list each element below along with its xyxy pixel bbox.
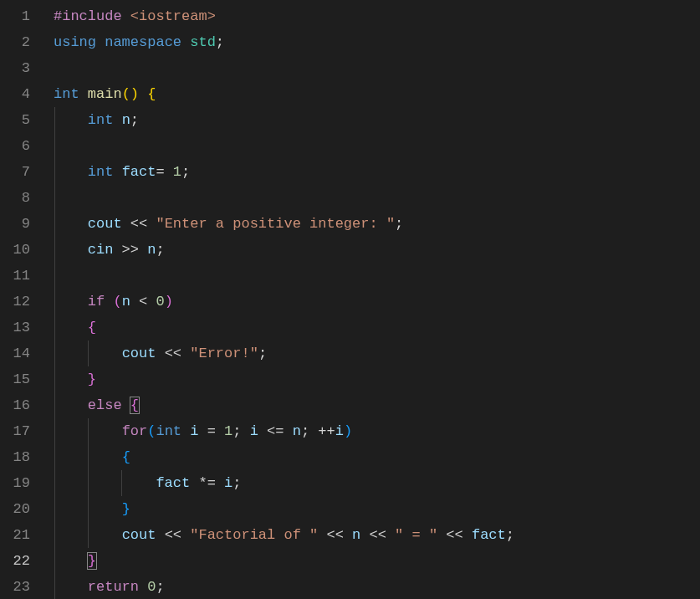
- line-number: 14: [0, 340, 42, 366]
- code-token: <<: [122, 216, 156, 232]
- code-line[interactable]: int n;: [54, 107, 700, 133]
- code-token: int: [156, 423, 181, 439]
- code-line[interactable]: fact *= i;: [54, 470, 700, 496]
- indent-guide: [54, 444, 55, 470]
- line-number: 1: [0, 3, 42, 29]
- code-line[interactable]: for(int i = 1; i <= n; ++i): [54, 418, 700, 444]
- code-line[interactable]: return 0;: [54, 574, 700, 599]
- indent-guide: [88, 418, 89, 444]
- code-token: ;: [130, 112, 139, 128]
- code-token: >>: [113, 242, 147, 258]
- code-token: ;: [301, 423, 318, 439]
- code-token: <: [130, 294, 156, 310]
- indent-guide: [54, 470, 55, 496]
- code-token: n: [147, 242, 156, 258]
- code-token: <iostream>: [130, 8, 216, 24]
- indent-guide: [54, 133, 55, 159]
- code-token: }: [88, 371, 96, 387]
- line-number: 18: [0, 444, 42, 470]
- code-token: ++: [318, 423, 335, 439]
- indent-guide: [54, 548, 55, 574]
- code-token: "Enter a positive integer: ": [156, 216, 395, 232]
- indent-guide: [88, 522, 89, 548]
- indent-guide: [54, 496, 55, 522]
- line-number: 16: [0, 392, 42, 418]
- code-token: [54, 294, 88, 310]
- line-number: 4: [0, 81, 42, 107]
- code-line[interactable]: {: [54, 315, 700, 340]
- code-token: return: [88, 579, 139, 595]
- code-line[interactable]: if (n < 0): [54, 289, 700, 315]
- code-editor[interactable]: 1234567891011121314151617181920212223 #i…: [0, 0, 700, 599]
- code-token: [54, 475, 156, 491]
- line-number: 6: [0, 133, 42, 159]
- code-token: [113, 164, 121, 180]
- indent-guide: [88, 444, 89, 470]
- code-token: {: [88, 320, 96, 335]
- code-line[interactable]: int fact= 1;: [54, 159, 700, 185]
- code-token: ;: [156, 579, 164, 595]
- code-token: (: [113, 294, 121, 310]
- code-line[interactable]: [54, 185, 700, 211]
- code-line[interactable]: [54, 55, 700, 81]
- code-line[interactable]: cout << "Error!";: [54, 340, 700, 366]
- code-line[interactable]: using namespace std;: [54, 29, 700, 55]
- code-token: ): [165, 294, 173, 310]
- code-token: int: [54, 86, 79, 102]
- line-number: 11: [0, 263, 42, 289]
- code-line[interactable]: }: [54, 366, 700, 392]
- line-number: 7: [0, 159, 42, 185]
- code-token: i: [335, 423, 344, 439]
- line-number-gutter: 1234567891011121314151617181920212223: [0, 0, 42, 599]
- indent-guide: [54, 366, 55, 392]
- code-line[interactable]: }: [54, 548, 700, 574]
- code-token: 1: [173, 164, 181, 180]
- code-line[interactable]: cout << "Enter a positive integer: ";: [54, 211, 700, 237]
- code-token: [54, 164, 88, 180]
- code-token: i: [190, 423, 198, 439]
- indent-guide: [88, 340, 89, 366]
- code-line[interactable]: }: [54, 496, 700, 522]
- indent-guide: [54, 107, 55, 133]
- line-number: 2: [0, 29, 42, 55]
- code-line[interactable]: int main() {: [54, 81, 700, 107]
- code-token: cin: [88, 242, 114, 258]
- code-line[interactable]: else {: [54, 392, 700, 418]
- code-area[interactable]: #include <iostream>using namespace std;i…: [42, 0, 700, 599]
- code-token: ;: [232, 475, 241, 491]
- code-line[interactable]: #include <iostream>: [54, 3, 700, 29]
- indent-guide: [54, 522, 55, 548]
- line-number: 19: [0, 470, 42, 496]
- code-line[interactable]: cin >> n;: [54, 237, 700, 263]
- code-token: ;: [506, 527, 514, 543]
- code-line[interactable]: cout << "Factorial of " << n << " = " <<…: [54, 522, 700, 548]
- code-token: ;: [258, 346, 267, 361]
- code-token: int: [88, 112, 114, 128]
- code-token: int: [88, 164, 114, 180]
- code-token: [54, 242, 88, 258]
- line-number: 12: [0, 289, 42, 315]
- code-line[interactable]: {: [54, 444, 700, 470]
- line-number: 20: [0, 496, 42, 522]
- code-token: n: [352, 527, 360, 543]
- code-token: <<: [156, 527, 190, 543]
- indent-guide: [54, 392, 55, 418]
- line-number: 21: [0, 522, 42, 548]
- code-line[interactable]: [54, 133, 700, 159]
- code-token: std: [190, 34, 216, 50]
- code-token: [96, 34, 105, 50]
- code-token: =: [156, 164, 172, 180]
- code-token: [105, 294, 113, 310]
- code-token: =: [198, 423, 224, 439]
- code-token: i: [250, 423, 258, 439]
- code-token: }: [122, 501, 130, 517]
- code-line[interactable]: [54, 263, 700, 289]
- code-token: "Factorial of ": [190, 527, 318, 543]
- indent-guide: [54, 263, 55, 289]
- line-number: 10: [0, 237, 42, 263]
- code-token: using: [54, 34, 96, 50]
- indent-guide: [54, 159, 55, 185]
- line-number: 5: [0, 107, 42, 133]
- code-token: [79, 86, 88, 102]
- code-token: ): [344, 423, 352, 439]
